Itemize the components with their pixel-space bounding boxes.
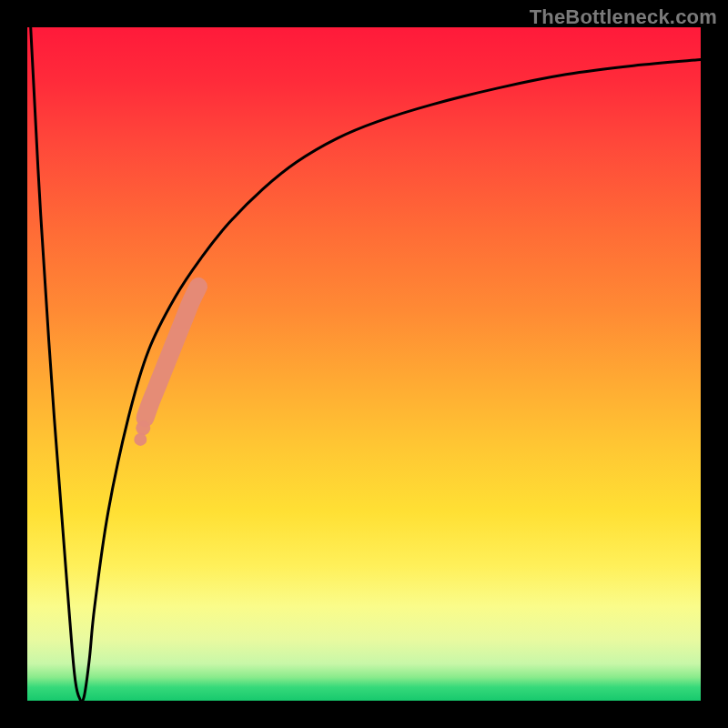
bottleneck-curve [31,27,701,702]
plot-area [27,27,701,701]
highlight-stroke [146,287,198,418]
curve-path [31,27,701,702]
highlight-dot [136,420,150,435]
chart-frame: TheBottleneck.com [0,0,728,728]
watermark-text: TheBottleneck.com [530,5,717,29]
highlight-dot [134,433,147,446]
curve-svg [27,27,701,701]
